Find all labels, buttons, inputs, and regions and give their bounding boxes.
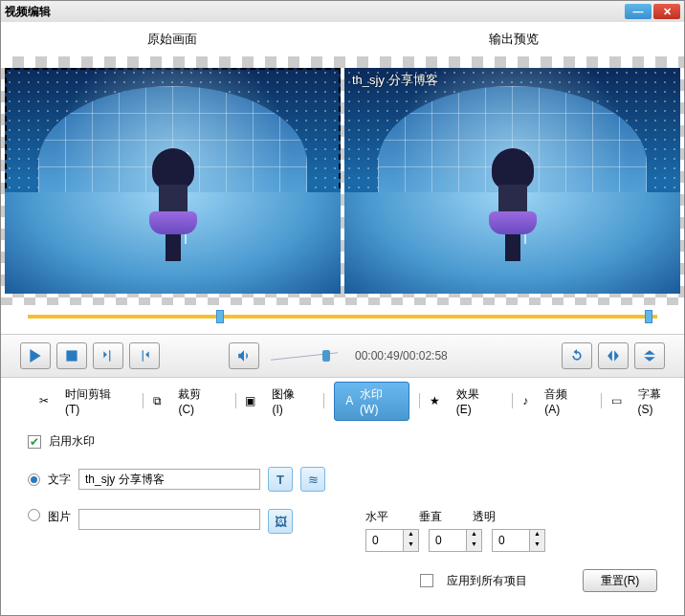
timeline-handle-right[interactable] bbox=[645, 310, 652, 323]
volume-slider[interactable] bbox=[271, 348, 338, 363]
watermark-icon: A bbox=[342, 394, 356, 407]
tab-clip[interactable]: 时间剪辑(T) bbox=[56, 382, 133, 421]
timecode: 00:00:49/00:02:58 bbox=[355, 349, 448, 363]
window-title: 视频编辑 bbox=[5, 4, 51, 20]
watermark-panel: ✔ 启用水印 文字 T ≋ 图片 🖼 水平 垂直 透明 ▲▼ ▲▼ ▲▼ ✔ bbox=[1, 418, 684, 616]
image-icon: ▣ bbox=[245, 394, 255, 407]
tab-image[interactable]: 图像(I) bbox=[263, 382, 314, 421]
original-header: 原始画面 bbox=[1, 31, 342, 48]
watermark-image-input[interactable] bbox=[78, 509, 260, 530]
output-pane: th_sjy 分享博客 bbox=[344, 68, 680, 294]
tab-watermark[interactable]: A水印(W) bbox=[334, 382, 409, 421]
tab-subtitle[interactable]: 字幕(S) bbox=[630, 382, 684, 421]
crop-icon: ⧉ bbox=[153, 394, 162, 407]
image-radio-label: 图片 bbox=[48, 509, 71, 525]
timeline-handle-left[interactable] bbox=[216, 310, 224, 323]
tab-bar: ✂ 时间剪辑(T) ⧉ 裁剪(C) ▣ 图像(I) A水印(W) ★ 效果(E)… bbox=[1, 384, 684, 418]
volume-knob[interactable] bbox=[322, 350, 330, 362]
trim-end-button[interactable] bbox=[129, 342, 160, 369]
flip-h-button[interactable] bbox=[598, 342, 629, 369]
a-spinner[interactable]: ▲▼ bbox=[492, 529, 545, 552]
a-label: 透明 bbox=[473, 509, 496, 525]
preview-headers: 原始画面 输出预览 bbox=[1, 22, 684, 56]
output-header: 输出预览 bbox=[342, 31, 684, 48]
play-button[interactable] bbox=[20, 342, 51, 369]
scissors-icon: ✂ bbox=[39, 394, 49, 407]
h-spinner[interactable]: ▲▼ bbox=[365, 529, 419, 552]
svg-rect-0 bbox=[66, 350, 77, 361]
title-bar: 视频编辑 — ✕ bbox=[1, 1, 684, 22]
watermark-text-input[interactable] bbox=[78, 469, 260, 490]
minimize-button[interactable]: — bbox=[625, 4, 652, 19]
v-spinner[interactable]: ▲▼ bbox=[429, 529, 482, 552]
apply-all-label: 应用到所有项目 bbox=[447, 573, 527, 589]
image-radio[interactable] bbox=[28, 509, 40, 521]
apply-all-checkbox[interactable]: ✔ bbox=[420, 574, 433, 587]
trim-start-button[interactable] bbox=[93, 342, 123, 369]
style-button[interactable]: ≋ bbox=[300, 467, 325, 492]
subtitle-icon: ▭ bbox=[611, 394, 622, 407]
tab-effect[interactable]: 效果(E) bbox=[448, 382, 502, 421]
flip-v-button[interactable] bbox=[634, 342, 665, 369]
h-label: 水平 bbox=[365, 509, 388, 525]
enable-watermark-label: 启用水印 bbox=[49, 433, 95, 450]
playback-controls: 00:00:49/00:02:58 bbox=[1, 334, 684, 378]
watermark-overlay: th_sjy 分享博客 bbox=[352, 72, 438, 89]
close-button[interactable]: ✕ bbox=[653, 4, 680, 19]
rotate-button[interactable] bbox=[562, 342, 592, 369]
font-button[interactable]: T bbox=[268, 467, 293, 492]
browse-image-button[interactable]: 🖼 bbox=[268, 509, 293, 534]
reset-button[interactable]: 重置(R) bbox=[583, 569, 657, 592]
text-radio-label: 文字 bbox=[48, 472, 71, 488]
preview-area: th_sjy 分享博客 bbox=[1, 56, 684, 305]
timeline[interactable] bbox=[1, 305, 684, 334]
effect-icon: ★ bbox=[430, 394, 440, 407]
tab-crop[interactable]: 裁剪(C) bbox=[169, 382, 225, 421]
stop-button[interactable] bbox=[56, 342, 87, 369]
volume-button[interactable] bbox=[229, 342, 259, 369]
audio-icon: ♪ bbox=[522, 394, 528, 407]
tab-audio[interactable]: 音频(A) bbox=[536, 382, 590, 421]
original-pane[interactable] bbox=[5, 68, 341, 294]
enable-watermark-checkbox[interactable]: ✔ bbox=[28, 435, 41, 449]
text-radio[interactable] bbox=[28, 473, 40, 486]
v-label: 垂直 bbox=[419, 509, 442, 525]
